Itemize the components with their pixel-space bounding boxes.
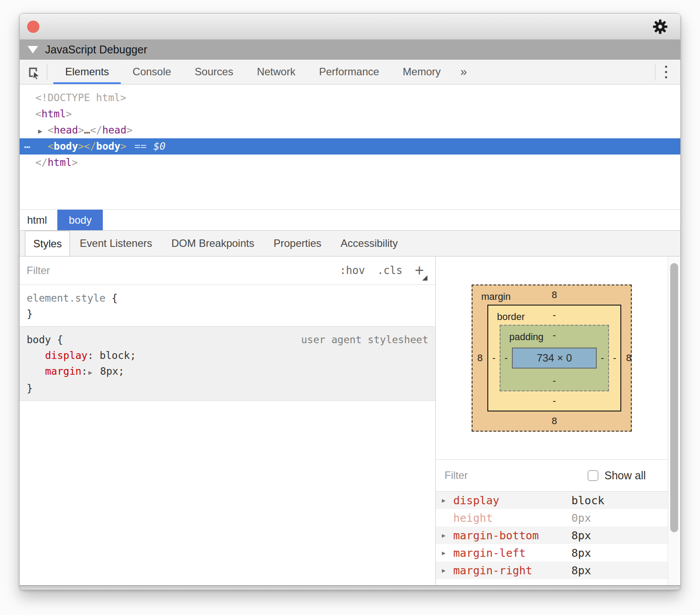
inspect-element-icon[interactable] — [20, 60, 47, 84]
computed-properties-list: ▶ display block height 0px ▶ margin-bott… — [436, 492, 668, 579]
devtools-window: JavaScript Debugger Elements Console Sou… — [19, 13, 681, 590]
devtools-tabbar: Elements Console Sources Network Perform… — [20, 60, 680, 84]
corner-triangle-icon — [422, 275, 427, 281]
user-agent-body-rule[interactable]: body { user agent stylesheet display: bl… — [20, 327, 435, 401]
computed-row-margin-right[interactable]: ▶ margin-right 8px — [436, 562, 668, 579]
tab-properties[interactable]: Properties — [268, 231, 327, 256]
padding-bottom-value[interactable]: - — [500, 371, 608, 390]
expand-arrow-icon[interactable]: ▶ — [442, 567, 453, 574]
computed-row-margin-bottom[interactable]: ▶ margin-bottom 8px — [436, 527, 668, 544]
element-style-rule[interactable]: element.style { } — [20, 285, 435, 327]
scrollbar-track[interactable] — [668, 257, 680, 585]
dom-line-doctype[interactable]: <!DOCTYPE html> — [20, 90, 680, 106]
tab-console[interactable]: Console — [121, 60, 183, 84]
expand-arrow-icon[interactable]: ▶ — [442, 532, 453, 539]
css-property-display[interactable]: display: block; — [27, 348, 429, 363]
border-left-value[interactable]: - — [488, 325, 500, 391]
show-all-checkbox[interactable] — [588, 470, 598, 481]
border-right-value[interactable]: - — [609, 325, 620, 391]
box-model-margin[interactable]: margin 8 8 8 8 border - - - - — [472, 285, 632, 432]
styles-filter-input[interactable] — [27, 264, 340, 277]
tab-elements[interactable]: Elements — [53, 60, 121, 84]
styles-split: :hov .cls + element.style { } body { use… — [20, 257, 680, 585]
computed-row-height[interactable]: height 0px — [436, 509, 668, 527]
dom-line-head[interactable]: ▶<head>…</head> — [20, 122, 680, 138]
box-model-diagram: margin 8 8 8 8 border - - - - — [436, 257, 668, 460]
title-bar — [20, 14, 680, 40]
css-property-margin[interactable]: margin:▶ 8px; — [27, 363, 429, 380]
tab-event-listeners[interactable]: Event Listeners — [74, 231, 158, 256]
new-style-rule-button[interactable]: + — [415, 264, 428, 277]
tabbar-divider — [47, 64, 47, 80]
computed-row-margin-left[interactable]: ▶ margin-left 8px — [436, 544, 668, 562]
close-button[interactable] — [27, 21, 39, 33]
window-bottom-edge — [20, 585, 680, 590]
styles-pane: :hov .cls + element.style { } body { use… — [20, 257, 436, 585]
breadcrumb-body[interactable]: body — [57, 210, 103, 230]
panel-tabs: Elements Console Sources Network Perform… — [53, 60, 475, 84]
margin-left-value[interactable]: 8 — [472, 305, 487, 411]
tab-accessibility[interactable]: Accessibility — [335, 231, 404, 256]
sidebar-tabs: Styles Event Listeners DOM Breakpoints P… — [20, 230, 680, 257]
kebab-menu-icon[interactable] — [655, 66, 677, 78]
dom-line-html-close[interactable]: </html> — [20, 155, 680, 171]
padding-left-value[interactable]: - — [500, 345, 512, 371]
show-all-label: Show all — [605, 469, 659, 482]
scrollbar-thumb[interactable] — [670, 263, 678, 532]
toggle-element-classes[interactable]: .cls — [377, 264, 402, 277]
computed-filter-row: Show all — [436, 460, 668, 492]
tabbar-right-controls — [655, 60, 680, 84]
expand-arrow-icon[interactable]: ▶ — [442, 549, 453, 556]
dom-tree: <!DOCTYPE html> <html> ▶<head>…</head> …… — [20, 84, 680, 209]
more-tabs-chevron-icon[interactable]: » — [452, 60, 475, 84]
expand-arrow-icon[interactable]: ▶ — [38, 123, 48, 139]
computed-row-display[interactable]: ▶ display block — [436, 492, 668, 509]
breadcrumb: html body — [20, 209, 680, 230]
padding-right-value[interactable]: - — [597, 345, 608, 371]
gear-icon[interactable] — [652, 19, 668, 35]
styles-toolbar: :hov .cls + — [340, 264, 428, 277]
styles-filter-row: :hov .cls + — [20, 257, 435, 285]
dom-line-body-selected[interactable]: …<body></body>==$0 — [20, 138, 680, 155]
toggle-pseudo-state[interactable]: :hov — [340, 264, 365, 277]
tab-network[interactable]: Network — [245, 60, 307, 84]
breadcrumb-html[interactable]: html — [21, 210, 53, 230]
border-bottom-value[interactable]: - — [488, 391, 620, 411]
dom-line-html-open[interactable]: <html> — [20, 106, 680, 122]
tab-dom-breakpoints[interactable]: DOM Breakpoints — [166, 231, 260, 256]
console-reference: $0 — [147, 141, 166, 152]
disclosure-triangle-icon[interactable] — [28, 46, 38, 53]
expand-arrow-icon[interactable]: ▶ — [88, 369, 94, 376]
expand-arrow-icon[interactable]: ▶ — [442, 497, 453, 504]
computed-filter-input[interactable] — [444, 469, 584, 481]
computed-pane: margin 8 8 8 8 border - - - - — [436, 257, 680, 585]
app-header: JavaScript Debugger — [20, 40, 680, 60]
tab-performance[interactable]: Performance — [307, 60, 391, 84]
tab-styles[interactable]: Styles — [25, 231, 70, 257]
app-title: JavaScript Debugger — [45, 43, 147, 56]
stylesheet-origin: user agent stylesheet — [301, 332, 429, 348]
margin-bottom-value[interactable]: 8 — [472, 411, 636, 431]
styles-pane-empty — [20, 401, 435, 585]
box-model-padding[interactable]: padding - - - - 734 × 0 — [500, 325, 609, 391]
overflow-marker: … — [24, 137, 31, 153]
margin-right-value[interactable]: 8 — [621, 305, 636, 411]
tab-sources[interactable]: Sources — [183, 60, 245, 84]
box-model-content[interactable]: 734 × 0 — [512, 348, 597, 369]
box-model-border[interactable]: border - - - - padding - - — [487, 305, 621, 411]
tab-memory[interactable]: Memory — [391, 60, 453, 84]
